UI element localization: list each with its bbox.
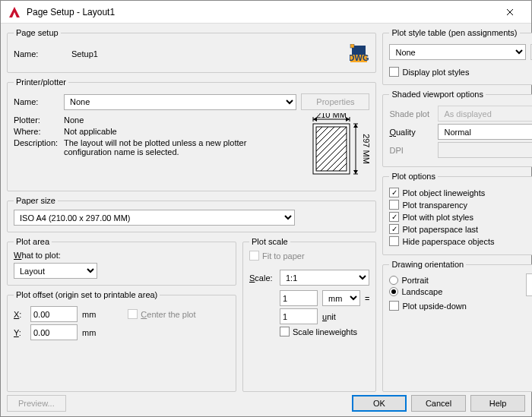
cancel-button[interactable]: Cancel	[411, 395, 466, 412]
plot-with-styles-checkbox[interactable]: ✓Plot with plot styles	[389, 212, 532, 222]
printer-name-select[interactable]: None	[64, 94, 296, 110]
svg-text:210 MM: 210 MM	[317, 113, 347, 119]
plotter-label: Plotter:	[14, 115, 59, 125]
shade-plot-select[interactable]: As displayed	[438, 106, 532, 122]
offset-y-input[interactable]	[30, 324, 78, 340]
plot-style-table-group: Plot style table (pen assignments) None …	[382, 28, 532, 85]
drawing-orientation-legend: Drawing orientation	[389, 260, 466, 269]
where-label: Where:	[14, 127, 59, 136]
unit-label: nit	[327, 312, 336, 321]
svg-rect-1	[350, 44, 354, 48]
page-setup-name-value: Setup1	[71, 49, 98, 58]
plot-lineweights-checkbox[interactable]: ✓Plot object lineweights	[389, 188, 532, 197]
offset-y-unit: mm	[82, 328, 96, 337]
offset-x-unit: mm	[82, 310, 96, 319]
center-plot-checkbox[interactable]: Center the plot	[128, 309, 195, 319]
scale-select[interactable]: 1:1	[280, 270, 369, 286]
plot-area-legend: Plot area	[14, 237, 52, 246]
page-setup-name-label: Name:	[14, 49, 59, 58]
where-value: Not applicable	[64, 127, 117, 136]
preview-button[interactable]: Preview...	[7, 395, 66, 412]
shaded-viewport-legend: Shaded viewport options	[389, 90, 485, 99]
shaded-viewport-group: Shaded viewport options Shade plot As di…	[382, 90, 532, 167]
titlebar: Page Setup - Layout1	[1, 1, 531, 24]
what-to-plot-select[interactable]: Layout	[14, 263, 97, 279]
page-setup-dialog: Page Setup - Layout1 Page setup Name: Se…	[0, 0, 532, 417]
autocad-logo-icon	[7, 5, 22, 20]
dpi-input[interactable]	[438, 142, 532, 158]
properties-button[interactable]: Properties	[301, 93, 369, 110]
description-value: The layout will not be plotted unless a …	[64, 138, 293, 156]
plot-options-legend: Plot options	[389, 172, 437, 181]
close-button[interactable]	[495, 2, 525, 23]
display-plot-styles-checkbox[interactable]: Display plot styles	[389, 67, 469, 77]
landscape-radio[interactable]: Landscape	[389, 287, 520, 296]
page-setup-group: Page setup Name: Setup1 DWG	[7, 28, 376, 73]
scale-den-input[interactable]	[280, 308, 318, 324]
paper-size-legend: Paper size	[14, 196, 58, 205]
what-to-plot-label: hat to plot:	[21, 251, 60, 260]
shade-plot-label: Shade plot	[389, 109, 433, 118]
offset-x-input[interactable]	[30, 306, 78, 322]
dwg-icon: DWG	[350, 44, 369, 64]
plot-options-group: Plot options ✓Plot object lineweights Pl…	[382, 172, 532, 255]
printer-plotter-group: Printer/plotter Name: None Properties Pl…	[7, 77, 376, 191]
help-button[interactable]: Help	[470, 395, 525, 412]
plot-scale-legend: Plot scale	[249, 237, 290, 246]
plot-style-select[interactable]: None	[389, 44, 526, 60]
plot-offset-legend: Plot offset (origin set to printable are…	[14, 290, 160, 299]
svg-marker-27	[353, 170, 358, 174]
scale-num-input[interactable]	[280, 290, 318, 306]
window-title: Page Setup - Layout1	[27, 7, 495, 17]
plotter-value: None	[64, 115, 84, 125]
equals-label: =	[365, 294, 369, 303]
paper-preview-icon: 210 MM 297 M	[299, 113, 369, 185]
plot-offset-group: Plot offset (origin set to printable are…	[7, 290, 236, 392]
paper-size-select[interactable]: ISO A4 (210.00 x 297.00 MM)	[14, 210, 295, 226]
printer-plotter-legend: Printer/plotter	[14, 77, 68, 87]
plot-area-group: Plot area What to plot: Layout	[7, 237, 236, 286]
paper-size-group: Paper size ISO A4 (210.00 x 297.00 MM)	[7, 196, 376, 232]
quality-select[interactable]: Normal	[438, 124, 532, 140]
quality-label: uality	[396, 128, 416, 137]
close-icon	[506, 8, 514, 16]
page-setup-legend: Page setup	[14, 28, 61, 37]
svg-text:DWG: DWG	[350, 53, 369, 62]
dpi-label: DPI	[389, 146, 433, 155]
svg-text:297 MM: 297 MM	[362, 134, 369, 164]
plot-upside-down-checkbox[interactable]: Plot upside-down	[389, 301, 520, 311]
orientation-icon: A	[526, 273, 532, 296]
ok-button[interactable]: OK	[352, 395, 407, 412]
plot-style-table-legend: Plot style table (pen assignments)	[389, 28, 519, 37]
printer-name-label: Name:	[14, 97, 59, 106]
plot-paperspace-last-checkbox[interactable]: ✓Plot paperspace last	[389, 224, 532, 234]
plot-transparency-checkbox[interactable]: Plot transparency	[389, 200, 532, 210]
scale-unit-select[interactable]: mm	[322, 290, 360, 306]
fit-to-paper-checkbox[interactable]: Fit to paper	[249, 251, 305, 261]
description-label: Description:	[14, 138, 59, 147]
svg-marker-26	[353, 124, 358, 128]
portrait-radio[interactable]: Portrait	[389, 276, 520, 285]
drawing-orientation-group: Drawing orientation Portrait Landscape P…	[382, 260, 532, 392]
hide-paperspace-checkbox[interactable]: Hide paperspace objects	[389, 236, 532, 246]
plot-scale-group: Plot scale Fit to paper Scale: 1:1	[242, 237, 376, 392]
scale-lineweights-checkbox[interactable]: Scale lineweights	[280, 327, 357, 336]
